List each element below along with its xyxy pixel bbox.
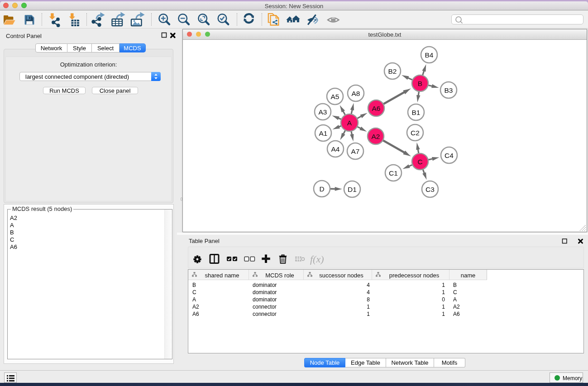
- svg-text:B4: B4: [425, 51, 434, 59]
- svg-text:A1: A1: [319, 129, 328, 137]
- svg-text:C2: C2: [411, 129, 420, 137]
- svg-text:A6: A6: [372, 105, 381, 112]
- svg-text:B2: B2: [388, 67, 397, 75]
- svg-text:B: B: [418, 80, 422, 87]
- svg-text:B3: B3: [445, 86, 453, 94]
- svg-text:f(x): f(x): [310, 253, 324, 265]
- svg-text:A7: A7: [351, 148, 360, 155]
- svg-text:D1: D1: [348, 186, 357, 193]
- svg-text:A: A: [347, 119, 352, 127]
- svg-text:A3: A3: [319, 108, 327, 116]
- svg-text:B1: B1: [412, 109, 421, 116]
- svg-text:D: D: [319, 185, 324, 193]
- svg-text:C: C: [417, 158, 422, 166]
- svg-text:C4: C4: [445, 152, 454, 159]
- svg-text:C3: C3: [425, 186, 435, 193]
- svg-text:A5: A5: [331, 93, 339, 100]
- svg-text:A4: A4: [331, 145, 340, 153]
- svg-text:A8: A8: [352, 90, 360, 97]
- svg-text:C1: C1: [389, 169, 398, 177]
- svg-text:A2: A2: [372, 133, 380, 140]
